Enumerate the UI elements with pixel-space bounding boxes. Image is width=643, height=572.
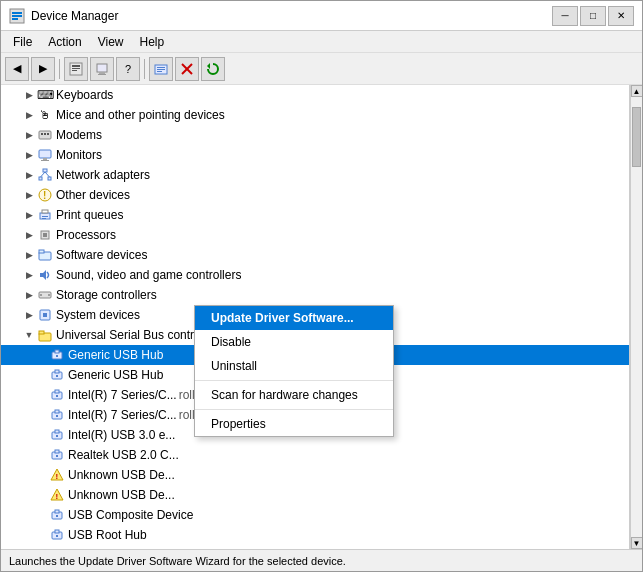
ctx-properties[interactable]: Properties [195, 412, 393, 436]
usb-device-icon [49, 387, 65, 403]
ctx-update-driver[interactable]: Update Driver Software... [195, 306, 393, 330]
svg-line-29 [45, 172, 50, 177]
toolbar: ◀ ▶ ? [1, 53, 642, 85]
scroll-thumb[interactable] [632, 107, 641, 167]
expand-icon: ▶ [21, 207, 37, 223]
ctx-scan[interactable]: Scan for hardware changes [195, 383, 393, 407]
tree-label: Software devices [56, 248, 147, 262]
svg-rect-27 [48, 177, 51, 180]
tree-label: Network adapters [56, 168, 150, 182]
svg-rect-64 [55, 450, 59, 453]
tree-label: Generic USB Hub [68, 368, 163, 382]
expand-icon: ▶ [21, 187, 37, 203]
svg-rect-21 [47, 133, 49, 135]
svg-rect-72 [56, 515, 58, 517]
usb-device-icon [49, 447, 65, 463]
list-item[interactable]: ▶ Processors [1, 225, 629, 245]
svg-rect-33 [42, 210, 48, 213]
modem-icon [37, 127, 53, 143]
ctx-uninstall[interactable]: Uninstall [195, 354, 393, 378]
vertical-scrollbar[interactable]: ▲ ▼ [630, 85, 642, 549]
list-item[interactable]: ▶ Print queues [1, 205, 629, 225]
svg-rect-45 [43, 313, 47, 317]
menu-file[interactable]: File [5, 31, 40, 52]
usb-root-hub-2[interactable]: USB Root Hub [1, 545, 629, 549]
svg-rect-14 [157, 71, 162, 72]
minimize-button[interactable]: ─ [552, 6, 578, 26]
svg-rect-1 [12, 12, 22, 14]
ctx-update-driver-label: Update Driver Software... [211, 311, 354, 325]
other-devices-icon: ! [37, 187, 53, 203]
menu-action[interactable]: Action [40, 31, 89, 52]
menu-view[interactable]: View [90, 31, 132, 52]
usb-composite[interactable]: USB Composite Device [1, 505, 629, 525]
ctx-disable[interactable]: Disable [195, 330, 393, 354]
realtek-usb[interactable]: Realtek USB 2.0 C... [1, 445, 629, 465]
storage-icon [37, 287, 53, 303]
menu-help[interactable]: Help [132, 31, 173, 52]
svg-rect-49 [55, 350, 59, 353]
toolbar-scan[interactable] [201, 57, 225, 81]
toolbar-back[interactable]: ◀ [5, 57, 29, 81]
svg-rect-65 [56, 455, 58, 457]
list-item[interactable]: ▶ Monitors [1, 145, 629, 165]
expand-icon: ▶ [21, 267, 37, 283]
tree-label: Processors [56, 228, 116, 242]
svg-rect-9 [99, 72, 105, 74]
maximize-button[interactable]: □ [580, 6, 606, 26]
expand-icon: ▶ [21, 87, 37, 103]
device-tree[interactable]: ▶ ⌨ Keyboards ▶ 🖱 Mice and other pointin… [1, 85, 630, 549]
list-item[interactable]: ▶ Software devices [1, 245, 629, 265]
tree-label: Modems [56, 128, 102, 142]
svg-rect-7 [72, 70, 77, 71]
svg-rect-35 [42, 218, 46, 219]
svg-rect-20 [44, 133, 46, 135]
toolbar-sep-2 [144, 59, 145, 79]
expand-icon: ▶ [21, 147, 37, 163]
toolbar-update-driver[interactable] [149, 57, 173, 81]
toolbar-uninstall[interactable] [175, 57, 199, 81]
ctx-sep-2 [195, 409, 393, 410]
unknown-usb-1[interactable]: ! Unknown USB De... [1, 465, 629, 485]
sound-icon [37, 267, 53, 283]
tree-label: System devices [56, 308, 140, 322]
svg-rect-13 [157, 69, 165, 70]
expand-icon: ▶ [21, 287, 37, 303]
svg-rect-19 [41, 133, 43, 135]
svg-rect-53 [56, 375, 58, 377]
svg-rect-47 [39, 331, 44, 334]
svg-point-42 [40, 294, 42, 296]
list-item[interactable]: ▶ Network adapters [1, 165, 629, 185]
list-item[interactable]: ▶ ⌨ Keyboards [1, 85, 629, 105]
status-text: Launches the Update Driver Software Wiza… [9, 555, 346, 567]
window-title: Device Manager [31, 9, 118, 23]
tree-label: Sound, video and game controllers [56, 268, 241, 282]
scroll-down-button[interactable]: ▼ [631, 537, 643, 549]
list-item[interactable]: ▶ Modems [1, 125, 629, 145]
svg-rect-61 [55, 430, 59, 433]
status-bar: Launches the Update Driver Software Wiza… [1, 549, 642, 571]
usb-root-hub-1[interactable]: USB Root Hub [1, 525, 629, 545]
processor-icon [37, 227, 53, 243]
list-item[interactable]: ▶ Sound, video and game controllers [1, 265, 629, 285]
scroll-track [631, 97, 642, 537]
unknown-usb-2[interactable]: ! Unknown USB De... [1, 485, 629, 505]
svg-rect-62 [56, 435, 58, 437]
close-button[interactable]: ✕ [608, 6, 634, 26]
list-item[interactable]: ▶ Storage controllers [1, 285, 629, 305]
ctx-disable-label: Disable [211, 335, 251, 349]
scroll-up-button[interactable]: ▲ [631, 85, 643, 97]
tree-label: Intel(R) 7 Series/C... [68, 388, 177, 402]
menu-bar: File Action View Help [1, 31, 642, 53]
toolbar-forward[interactable]: ▶ [31, 57, 55, 81]
network-icon [37, 167, 53, 183]
print-icon [37, 207, 53, 223]
list-item[interactable]: ▶ 🖱 Mice and other pointing devices [1, 105, 629, 125]
toolbar-properties[interactable] [64, 57, 88, 81]
svg-rect-75 [56, 535, 58, 537]
toolbar-help[interactable]: ? [116, 57, 140, 81]
tree-label: Realtek USB 2.0 C... [68, 448, 179, 462]
ctx-uninstall-label: Uninstall [211, 359, 257, 373]
list-item[interactable]: ▶ ! Other devices [1, 185, 629, 205]
toolbar-show-devices[interactable] [90, 57, 114, 81]
